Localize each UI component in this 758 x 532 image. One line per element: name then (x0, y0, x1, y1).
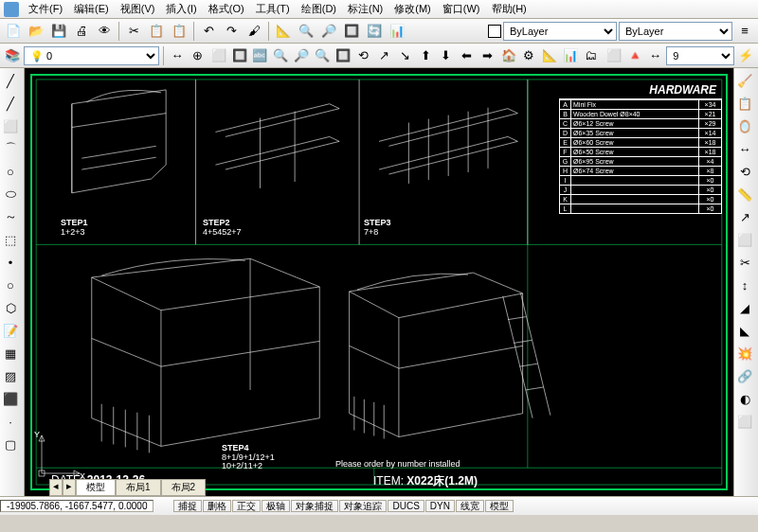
modify-tool-11[interactable]: ◣ (734, 320, 755, 341)
tb-icon[interactable]: 🔺 (625, 45, 644, 66)
modify-tool-13[interactable]: 🔗 (734, 365, 755, 386)
paste-icon[interactable]: 📋 (169, 21, 190, 42)
menu-insert[interactable]: 插入(I) (160, 0, 202, 18)
print-icon[interactable]: 🖨 (71, 21, 92, 42)
drawing-canvas[interactable]: HARDWARE AMini Fix×34BWooden Dowel Ø8×40… (25, 68, 733, 496)
modify-tool-1[interactable]: 📋 (734, 93, 755, 114)
tb-icon[interactable]: ⬇ (437, 45, 456, 66)
dim-linear-icon[interactable]: ↔ (168, 45, 187, 66)
tb-icon[interactable]: ↔ (645, 45, 664, 66)
draw-tool-9[interactable]: ○ (0, 275, 21, 295)
dim-aligned-icon[interactable]: ⊕ (189, 45, 208, 66)
tab-layout1[interactable]: 布局1 (116, 479, 161, 496)
matchprop-icon[interactable]: 🖌 (244, 21, 264, 42)
regen-icon[interactable]: 🔄 (364, 21, 385, 42)
modify-tool-14[interactable]: ◐ (734, 388, 755, 409)
draw-tool-8[interactable]: • (0, 252, 21, 273)
copy-icon[interactable]: 📋 (146, 21, 167, 42)
tab-layout2[interactable]: 布局2 (161, 479, 207, 496)
layer-icon[interactable]: 📚 (3, 45, 22, 66)
tb-icon[interactable]: ↗ (375, 45, 394, 66)
draw-tool-16[interactable]: ▢ (0, 434, 21, 454)
menu-file[interactable]: 文件(F) (23, 0, 68, 18)
tb-icon[interactable]: ➡ (478, 45, 497, 66)
status-toggle-7[interactable]: DYN (425, 500, 455, 512)
zoomext-icon[interactable]: 🔲 (341, 21, 362, 42)
status-toggle-6[interactable]: DUCS (388, 500, 424, 512)
tool-icon[interactable]: 📐 (273, 21, 294, 42)
modify-tool-4[interactable]: ⟲ (734, 161, 755, 182)
tb-icon[interactable]: 🏠 (499, 45, 518, 66)
dim-diameter-icon[interactable]: 🔤 (250, 45, 269, 66)
status-toggle-5[interactable]: 对象追踪 (339, 500, 387, 512)
layer-combo[interactable]: 💡 0 (24, 46, 159, 65)
tb-icon[interactable]: 🗂 (582, 45, 601, 66)
draw-tool-14[interactable]: ⬛ (0, 388, 21, 409)
draw-tool-6[interactable]: ～ (0, 206, 21, 227)
lineweight-combo[interactable]: 9 (666, 46, 734, 65)
save-icon[interactable]: 💾 (48, 21, 69, 42)
tab-model[interactable]: 模型 (76, 479, 116, 496)
menu-modify[interactable]: 修改(M) (388, 0, 437, 18)
zoom-out-icon[interactable]: 🔎 (292, 45, 311, 66)
tb-icon[interactable]: ↘ (395, 45, 414, 66)
menu-view[interactable]: 视图(V) (115, 0, 161, 18)
status-toggle-1[interactable]: 删格 (203, 500, 231, 512)
tb-icon[interactable]: ⬆ (416, 45, 435, 66)
menu-dimension[interactable]: 标注(N) (342, 0, 388, 18)
modify-tool-0[interactable]: 🧹 (734, 70, 755, 91)
cut-icon[interactable]: ✂ (123, 21, 144, 42)
menu-edit[interactable]: 编辑(E) (68, 0, 115, 18)
bylayer-color-combo[interactable]: ByLayer (503, 22, 617, 41)
tb-icon[interactable]: ⚡ (736, 45, 755, 66)
draw-tool-7[interactable]: ⬚ (0, 229, 21, 250)
zoom-in-icon[interactable]: 🔍 (271, 45, 290, 66)
dim-radius-icon[interactable]: 🔲 (230, 45, 249, 66)
menu-format[interactable]: 格式(O) (203, 0, 250, 18)
modify-tool-15[interactable]: ⬜ (734, 411, 755, 432)
pan-icon[interactable]: ⟲ (354, 45, 373, 66)
modify-tool-10[interactable]: ◢ (734, 297, 755, 318)
tb-icon[interactable]: 📊 (561, 45, 580, 66)
status-toggle-0[interactable]: 捕捉 (173, 500, 202, 512)
modify-tool-2[interactable]: 🪞 (734, 115, 755, 136)
new-icon[interactable]: 📄 (3, 21, 24, 42)
modify-tool-12[interactable]: 💥 (734, 343, 755, 364)
linetype-icon[interactable]: ≡ (734, 21, 755, 42)
zoom-win-icon[interactable]: 🔲 (334, 45, 352, 66)
draw-tool-12[interactable]: ▦ (0, 343, 21, 364)
zoomwin-icon[interactable]: 🔎 (318, 21, 339, 42)
modify-tool-7[interactable]: ⬜ (734, 229, 755, 250)
zoom-ext-icon[interactable]: 🔍 (313, 45, 332, 66)
menu-help[interactable]: 帮助(H) (486, 0, 532, 18)
draw-tool-0[interactable]: ╱ (0, 70, 21, 91)
modify-tool-3[interactable]: ↔ (734, 138, 755, 159)
status-toggle-9[interactable]: 模型 (485, 500, 514, 512)
redo-icon[interactable]: ↷ (221, 21, 242, 42)
status-toggle-2[interactable]: 正交 (232, 500, 261, 512)
draw-tool-11[interactable]: 📝 (0, 320, 21, 341)
draw-tool-13[interactable]: ▨ (0, 365, 21, 386)
draw-tool-4[interactable]: ○ (0, 161, 21, 182)
status-toggle-8[interactable]: 线宽 (456, 500, 484, 512)
draw-tool-3[interactable]: ⌒ (0, 138, 21, 159)
menu-tools[interactable]: 工具(T) (250, 0, 296, 18)
draw-tool-5[interactable]: ⬭ (0, 184, 21, 204)
draw-tool-10[interactable]: ⬡ (0, 297, 21, 318)
tb-icon[interactable]: 📐 (540, 45, 559, 66)
tb-icon[interactable]: ⚙ (519, 45, 538, 66)
tb-icon[interactable]: ⬜ (605, 45, 623, 66)
dim-angular-icon[interactable]: ⬜ (209, 45, 228, 66)
tab-next-icon[interactable]: ▸ (63, 479, 76, 496)
modify-tool-5[interactable]: 📏 (734, 184, 755, 204)
props-icon[interactable]: 📊 (387, 21, 407, 42)
modify-tool-6[interactable]: ↗ (734, 206, 755, 227)
modify-tool-9[interactable]: ↕ (734, 275, 755, 295)
status-toggle-4[interactable]: 对象捕捉 (291, 500, 338, 512)
draw-tool-2[interactable]: ⬜ (0, 115, 21, 136)
menu-window[interactable]: 窗口(W) (437, 0, 486, 18)
status-toggle-3[interactable]: 极轴 (262, 500, 290, 512)
zoom-icon[interactable]: 🔍 (296, 21, 316, 42)
preview-icon[interactable]: 👁 (94, 21, 115, 42)
undo-icon[interactable]: ↶ (198, 21, 219, 42)
